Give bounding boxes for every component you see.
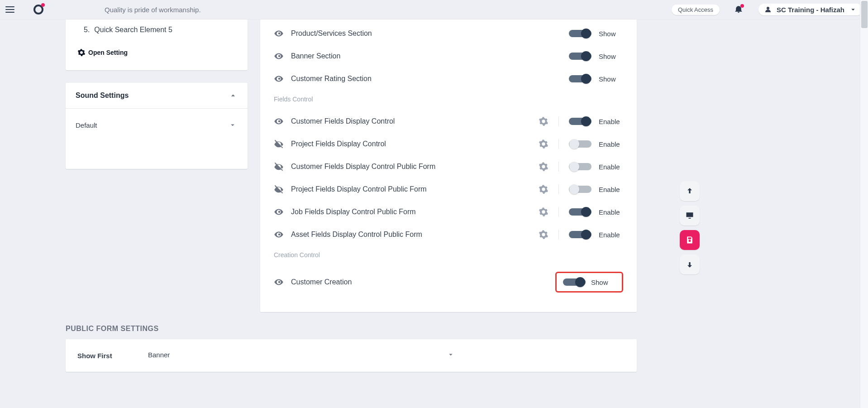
divider: [558, 139, 559, 149]
toggle-label: Enable: [599, 186, 623, 193]
gear-icon[interactable]: [539, 184, 548, 194]
toggle[interactable]: [569, 206, 591, 217]
highlight-box: Show: [555, 272, 623, 293]
chevron-down-icon: [447, 350, 455, 359]
settings-row: Banner Section Show: [274, 45, 623, 67]
list-label: Quick Search Element 5: [94, 26, 172, 34]
toggle[interactable]: [569, 116, 591, 127]
row-label: Banner Section: [291, 52, 562, 60]
divider: [558, 207, 559, 217]
quick-search-card: 5. Quick Search Element 5 Open Setting: [66, 19, 248, 70]
section-title: Creation Control: [274, 250, 623, 261]
card-title: Sound Settings: [76, 91, 129, 100]
eye-off-icon: [274, 139, 284, 149]
scroll-top-button[interactable]: [680, 181, 700, 201]
row-label: Customer Creation: [291, 278, 548, 286]
toggle[interactable]: [569, 184, 591, 195]
divider: [558, 162, 559, 172]
user-menu[interactable]: SC Training - Hafizah: [758, 4, 863, 15]
user-icon: [764, 5, 772, 14]
row-label: Customer Fields Display Control Public F…: [291, 163, 531, 171]
settings-row: Customer Rating Section Show: [274, 67, 623, 90]
save-icon: [685, 235, 694, 245]
toggle[interactable]: [563, 277, 586, 288]
list-item: 5. Quick Search Element 5: [76, 22, 243, 38]
row-label: Customer Rating Section: [291, 75, 562, 83]
visibility-icon: [274, 51, 284, 61]
row-label: Product/Services Section: [291, 29, 562, 38]
toggle[interactable]: [569, 161, 591, 172]
eye-off-icon: [274, 162, 284, 172]
toggle[interactable]: [569, 51, 591, 62]
select-value: Banner: [148, 351, 170, 359]
monitor-icon: [685, 211, 694, 220]
visibility-icon: [274, 207, 284, 217]
visibility-icon: [274, 230, 284, 240]
visibility-icon: [274, 29, 284, 38]
visibility-icon: [274, 184, 284, 194]
gear-icon[interactable]: [539, 230, 548, 240]
divider: [558, 230, 559, 240]
topbar: Quality is pride of workmanship. Quick A…: [0, 0, 868, 19]
visibility-icon: [274, 116, 284, 126]
settings-row: Project Fields Display Control Enable: [274, 133, 623, 155]
gear-icon[interactable]: [539, 162, 548, 172]
gear-icon[interactable]: [539, 116, 548, 126]
toggle-label: Enable: [599, 231, 623, 239]
eye-icon: [274, 29, 284, 38]
tagline: Quality is pride of workmanship.: [105, 6, 201, 14]
toggle[interactable]: [569, 73, 591, 84]
eye-icon: [274, 207, 284, 217]
show-first-select[interactable]: Banner: [148, 348, 456, 363]
toggle-label: Show: [591, 278, 615, 286]
eye-icon: [274, 230, 284, 240]
user-name: SC Training - Hafizah: [777, 6, 844, 14]
row-label: Job Fields Display Control Public Form: [291, 208, 531, 216]
row-label: Customer Fields Display Control: [291, 117, 531, 125]
row-label: Project Fields Display Control Public Fo…: [291, 185, 531, 193]
row-label: Asset Fields Display Control Public Form: [291, 230, 531, 239]
sections-control-group: Product/Services Section Show Banner Sec…: [260, 22, 637, 95]
toggle-label: Enable: [599, 163, 623, 171]
eye-icon: [274, 277, 284, 287]
creation-control-group: Customer Creation Show: [260, 266, 637, 303]
sound-settings-card: Sound Settings Default: [66, 83, 248, 169]
save-button[interactable]: [680, 230, 700, 250]
open-setting-button[interactable]: Open Setting: [76, 46, 243, 57]
toggle-label: Enable: [599, 118, 623, 125]
public-form-card: Show First Banner: [66, 339, 637, 372]
chevron-down-icon: [229, 121, 237, 129]
section-title: Fields Control: [274, 95, 623, 106]
card-header[interactable]: Sound Settings: [66, 83, 248, 109]
toggle-label: Show: [599, 75, 623, 83]
toggle-label: Enable: [599, 140, 623, 148]
toggle[interactable]: [569, 229, 591, 240]
menu-icon[interactable]: [5, 5, 15, 14]
gear-icon[interactable]: [539, 139, 548, 149]
notifications-icon[interactable]: [734, 5, 744, 14]
eye-icon: [274, 116, 284, 126]
settings-row: Asset Fields Display Control Public Form…: [274, 223, 623, 246]
notification-badge: [740, 4, 744, 8]
scrollbar[interactable]: [860, 0, 868, 408]
scrollbar-thumb[interactable]: [861, 1, 868, 28]
toggle[interactable]: [569, 28, 591, 39]
settings-row: Customer Fields Display Control Enable: [274, 110, 623, 133]
eye-off-icon: [274, 184, 284, 194]
settings-panel: Product/Services Section Show Banner Sec…: [260, 19, 637, 312]
row-label: Project Fields Display Control: [291, 140, 531, 148]
arrow-down-icon: [685, 260, 694, 269]
list-index: 5.: [84, 26, 90, 34]
toggle-label: Enable: [599, 208, 623, 216]
quick-access-button[interactable]: Quick Access: [672, 5, 720, 15]
scroll-bottom-button[interactable]: [680, 254, 700, 274]
section-heading: PUBLIC FORM SETTINGS: [66, 312, 703, 339]
settings-row: Product/Services Section Show: [274, 22, 623, 45]
visibility-icon: [274, 162, 284, 172]
preview-button[interactable]: [680, 206, 700, 226]
gear-icon[interactable]: [539, 207, 548, 217]
settings-row: Customer Creation Show: [274, 266, 623, 298]
sound-default-select[interactable]: Default: [76, 119, 238, 133]
toggle[interactable]: [569, 139, 591, 149]
eye-icon: [274, 51, 284, 61]
